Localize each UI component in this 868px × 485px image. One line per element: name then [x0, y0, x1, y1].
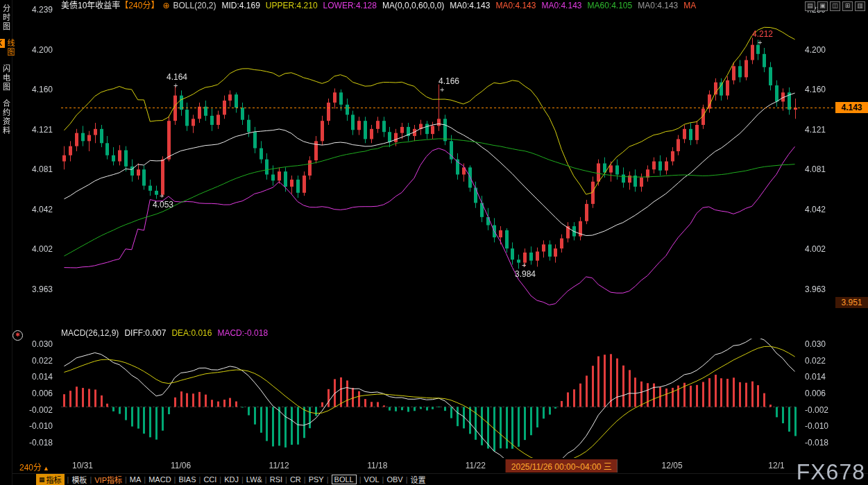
indicator-readout: MA(0,0,0,60,0,0) — [382, 1, 444, 10]
toolbar-separator: | — [174, 475, 176, 484]
sidebar-item-label: 分时图 — [2, 4, 10, 31]
toolbar-button-label: 模板 — [71, 476, 87, 484]
axis-tick-label: 4.200 — [805, 45, 826, 55]
axis-tick-label: 3.963 — [805, 284, 826, 294]
layout-wide-icon[interactable]: ▥ — [855, 1, 865, 11]
indicator-readout: MA — [683, 1, 696, 10]
axis-tick-label: 4.042 — [805, 205, 826, 214]
axis-tick-label: 4.081 — [25, 164, 53, 174]
toolbar-separator: | — [327, 475, 329, 484]
star-icon: ✱ — [15, 332, 20, 338]
axis-tick-label: 0.014 — [25, 372, 53, 382]
toolbar-separator: | — [144, 475, 146, 484]
toolbar-button-12[interactable]: BOLL — [332, 475, 357, 484]
axis-tick-label: 4.160 — [805, 85, 826, 94]
indicator-readout: MID:4.169 — [222, 1, 260, 10]
secondary-price-tag: 3.951 — [835, 297, 868, 308]
sidebar-item-0[interactable]: 分时图 — [1, 4, 12, 31]
toolbar-separator: | — [304, 475, 306, 484]
toolbar-button-13[interactable]: VOL — [364, 475, 380, 484]
axis-tick-label: 4.002 — [25, 244, 53, 254]
toolbar-button-label: CCI — [203, 475, 216, 484]
toolbar-button-label: MACD — [148, 475, 171, 484]
toolbar-button-label: MA — [130, 475, 142, 484]
trading-app-window: 分时图K线图闪电图合约资料 美债10年收益率【240分】⊕BOLL(20,2)M… — [0, 0, 868, 485]
drawing-marker-icon[interactable]: ✱ — [12, 330, 23, 341]
sidebar-item-2[interactable]: 闪电图 — [1, 65, 12, 92]
toolbar-button-label: KDJ — [224, 475, 239, 484]
toolbar-button-5[interactable]: BIAS — [178, 475, 196, 484]
sidebar-item-label: 合约资料 — [2, 99, 10, 135]
time-tick: 10/31 — [72, 461, 93, 470]
layout-list-icon[interactable]: ▤ — [805, 1, 815, 11]
toolbar-button-label: CR — [290, 475, 301, 484]
time-tick: 11/06 — [171, 461, 191, 470]
last-price-value: 4.143 — [841, 103, 862, 112]
time-tick: 11/18 — [367, 461, 387, 470]
axis-tick-label: 0.006 — [805, 389, 826, 398]
macd-readout: MACD(26,12,9) — [61, 328, 119, 338]
toolbar-separator: | — [265, 475, 267, 484]
axis-tick-label: 4.160 — [25, 85, 53, 94]
time-tick: 12/1 — [768, 461, 784, 470]
watermark: FX678 — [797, 459, 865, 485]
axis-tick-label: -0.018 — [805, 438, 828, 448]
toolbar-button-2[interactable]: VIP指标 — [94, 474, 122, 485]
toolbar-button-4[interactable]: MACD — [148, 475, 171, 484]
indicator-readout: UPPER:4.210 — [266, 1, 318, 10]
toolbar-button-10[interactable]: CR — [290, 475, 301, 484]
interval-selector[interactable]: 240分▲ — [19, 461, 49, 473]
axis-tick-label: 0.022 — [25, 356, 53, 366]
macd-chart-canvas[interactable] — [12, 339, 868, 458]
macd-header: MACD(26,12,9)DIFF:0.007DEA:0.016MACD:-0.… — [12, 327, 273, 339]
toolbar-button-15[interactable]: 设置 — [411, 474, 426, 485]
interval-selector-label: 240分 — [19, 463, 42, 473]
indicator-readout: MA0:4.143 — [541, 1, 581, 10]
layout-toolbar: ▤▣◫⊞▥ — [805, 1, 865, 11]
macd-readout: MACD:-0.018 — [217, 328, 268, 338]
toolbar-button-8[interactable]: LW& — [246, 475, 262, 484]
time-tick: 11/22 — [466, 461, 486, 470]
axis-tick-label: 4.081 — [805, 164, 826, 174]
toolbar-button-3[interactable]: MA — [130, 475, 142, 484]
toolbar-button-label: BOLL — [334, 475, 354, 484]
last-price-tag: 4.143 — [835, 102, 868, 113]
toolbar-button-1[interactable]: 模板 — [71, 474, 87, 485]
toolbar-button-6[interactable]: CCI — [203, 475, 216, 484]
axis-tick-label: 3.963 — [25, 284, 53, 294]
toolbar-button-label: OBV — [386, 475, 402, 484]
toolbar-button-7[interactable]: KDJ — [224, 475, 239, 484]
toolbar-button-11[interactable]: PSY — [309, 475, 324, 484]
toolbar-separator: | — [90, 475, 92, 484]
add-indicator-icon[interactable]: ⊕ — [162, 1, 169, 10]
axis-tick-label: -0.002 — [805, 405, 828, 415]
layout-split-icon[interactable]: ◫ — [830, 1, 840, 11]
sidebar-item-label: 闪电图 — [2, 65, 10, 92]
toolbar-button-label: VIP指标 — [94, 476, 122, 484]
layout-single-icon[interactable]: ▣ — [817, 1, 828, 11]
toolbar-button-9[interactable]: RSI — [270, 475, 282, 484]
axis-tick-label: 4.042 — [25, 205, 53, 214]
k-line-badge: K — [0, 39, 5, 48]
chart-main-area: 美债10年收益率【240分】⊕BOLL(20,2)MID:4.169UPPER:… — [12, 0, 868, 485]
layout-grid-icon[interactable]: ⊞ — [842, 1, 853, 11]
indicator-readout: MA0:4.143 — [495, 1, 536, 10]
axis-tick-label: 4.121 — [25, 125, 53, 135]
toolbar-button-14[interactable]: OBV — [386, 475, 402, 484]
toolbar-separator: | — [241, 475, 244, 484]
sidebar-item-3[interactable]: 合约资料 — [1, 99, 12, 135]
toolbar-separator: | — [382, 475, 384, 484]
toolbar-button-0[interactable]: ▦指标 — [36, 474, 65, 485]
toolbar-separator: | — [359, 475, 361, 484]
indicator-toolbar: ▦指标|模板|VIP指标|MA|MACD|BIAS|CCI|KDJ|LW&|RS… — [12, 473, 868, 485]
toolbar-button-label: VOL — [364, 475, 380, 484]
axis-tick-label: -0.010 — [25, 421, 53, 431]
axis-tick-label: 4.002 — [805, 244, 826, 254]
sidebar-item-1[interactable]: K线图 — [0, 39, 16, 57]
time-highlight-label: 2025/11/26 00:00~04:00 三 — [506, 459, 618, 473]
toolbar-separator: | — [285, 475, 287, 484]
axis-tick-label: 0.014 — [805, 372, 826, 382]
price-chart-canvas[interactable] — [12, 0, 868, 329]
axis-tick-label: 0.022 — [805, 356, 826, 366]
toolbar-separator: | — [125, 475, 127, 484]
